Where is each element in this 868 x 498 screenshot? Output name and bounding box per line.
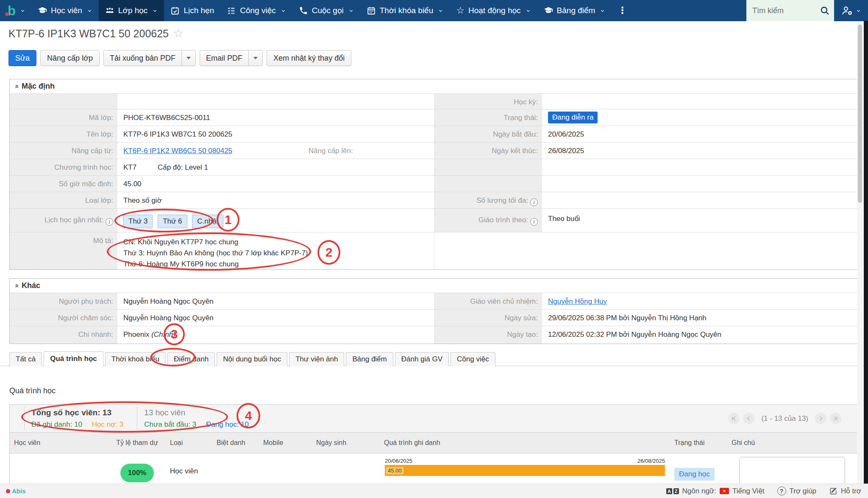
- brand-name: Abis: [12, 487, 26, 495]
- field-row-branch: Chi nhánh: Phoenix (Chính): [10, 326, 434, 344]
- chevron-down-icon: [20, 8, 25, 14]
- app-logo[interactable]: b: [0, 0, 31, 21]
- support-link[interactable]: Hỗ trợ: [829, 487, 861, 495]
- edit-button[interactable]: Sửa: [8, 50, 36, 66]
- nav-item-appointments[interactable]: Lịch hẹn: [164, 0, 220, 21]
- download-pdf-button[interactable]: Tải xuống bản PDF: [104, 50, 181, 66]
- col-header-attendance: Tỷ lệ tham dự: [108, 433, 166, 453]
- language-icon: A: [666, 488, 672, 494]
- email-pdf-button[interactable]: Email PDF: [200, 50, 248, 66]
- upgraded-from-link[interactable]: KT6P-6 IP1K2 WB6C5 50 080425: [123, 147, 232, 155]
- field-row-schedule: Lịch học gần nhất: Thứ 3 Thứ 6 C.nhật: [10, 208, 434, 232]
- next-page-button[interactable]: [815, 413, 826, 424]
- phone-icon: [299, 6, 308, 15]
- nav-item-gradebook[interactable]: Bảng điểm: [537, 0, 612, 21]
- field-row-created: Ngày tạo: 12/06/2025 02:32 PM bởi Nguyễn…: [434, 326, 858, 344]
- favorite-star-icon[interactable]: ☆: [173, 28, 184, 39]
- language-switcher[interactable]: A Z Ngôn ngữ: Tiếng Việt: [666, 487, 765, 495]
- brand-mark-icon: [6, 489, 10, 493]
- tab-lesson-content[interactable]: Nội dung buổi học: [217, 352, 287, 366]
- scrollbar-thumb[interactable]: [858, 25, 862, 203]
- field-label: Số giờ mặc định:: [10, 176, 117, 192]
- download-pdf-dropdown[interactable]: [181, 50, 195, 66]
- note-input[interactable]: [739, 457, 845, 487]
- prev-page-button[interactable]: [743, 413, 754, 424]
- nav-label: Bảng điểm: [557, 6, 595, 15]
- schedule-day-badge: Thứ 3: [123, 215, 153, 228]
- field-row-caretaker: Người chăm sóc: Nguyễn Hoàng Ngọc Quyên: [10, 309, 434, 326]
- col-header-status: Trạng thái: [670, 433, 727, 453]
- section-other-header[interactable]: Khác: [10, 279, 858, 293]
- student-count: 13 học viên: [144, 408, 256, 417]
- field-value: 45.00: [117, 176, 434, 192]
- nav-item-activities[interactable]: ☆ Hoạt động học: [450, 0, 537, 21]
- nav-item-calls[interactable]: Cuộc gọi: [292, 0, 360, 21]
- calendar-check-icon: [170, 6, 180, 15]
- field-label: Mô tả:: [10, 232, 117, 269]
- nav-item-classes[interactable]: Lớp học: [99, 0, 164, 21]
- section-default-header[interactable]: Mặc định: [10, 79, 858, 93]
- tab-attendance[interactable]: Điểm danh: [167, 352, 215, 366]
- section-title: Mặc định: [22, 82, 55, 91]
- info-icon[interactable]: [530, 199, 538, 206]
- field-row-homeroom: Giáo viên chủ nhiệm: Nguyễn Hồng Huy: [434, 293, 858, 309]
- tab-learning-progress[interactable]: Quá trình học: [44, 351, 103, 366]
- language-value: Tiếng Việt: [732, 487, 765, 495]
- tab-tasks[interactable]: Công việc: [451, 352, 495, 366]
- field-label: Chương trình học:: [10, 159, 117, 175]
- field-label: Ngày bắt đầu:: [434, 126, 542, 142]
- email-pdf-split-button: Email PDF: [200, 50, 263, 66]
- help-label: Trợ giúp: [790, 487, 816, 495]
- footer-brand[interactable]: Abis: [6, 487, 26, 495]
- page-title: KT7P-6 IP1K3 WB7C1 50 200625: [8, 28, 169, 40]
- window-edge: [864, 21, 868, 484]
- calendar-icon: [367, 6, 376, 15]
- search-input[interactable]: [752, 6, 820, 15]
- vertical-scrollbar[interactable]: [857, 21, 863, 484]
- col-header-enrollment: Quá trình ghi danh: [380, 433, 670, 453]
- col-header-note: Ghi chú: [727, 433, 858, 453]
- email-pdf-dropdown[interactable]: [248, 50, 262, 66]
- branch-suffix: (Chính): [151, 330, 175, 339]
- search-icon[interactable]: [820, 6, 830, 16]
- first-page-button[interactable]: [728, 413, 740, 424]
- users-icon: [105, 6, 114, 15]
- total-students: Tổng số học viên: 13: [31, 408, 131, 417]
- col-header-student: Học viên: [10, 433, 108, 453]
- nav-label: Lớp học: [118, 6, 148, 15]
- account-menu[interactable]: [834, 0, 868, 21]
- field-label: Người phụ trách:: [10, 293, 117, 309]
- field-row-manager: Người phụ trách: Nguyễn Hoàng Ngọc Quyên: [10, 293, 434, 309]
- nav-item-tasks[interactable]: Công việc: [220, 0, 292, 21]
- field-row-modified: Ngày sửa: 29/06/2025 06:38 PM bởi Nguyễn…: [434, 309, 858, 326]
- change-log-button[interactable]: Xem nhật ký thay đổi: [267, 50, 351, 66]
- summary-bar: Tổng số học viên: 13 Đã ghi danh: 10 Học…: [10, 405, 858, 432]
- summary-total-block: Tổng số học viên: 13 Đã ghi danh: 10 Học…: [24, 407, 131, 430]
- homeroom-teacher-link[interactable]: Nguyễn Hồng Huy: [548, 297, 607, 305]
- caret-down-icon: [186, 57, 191, 59]
- help-link[interactable]: Trợ giúp: [777, 487, 816, 495]
- more-menu-icon[interactable]: ⋮: [612, 0, 633, 21]
- nav-item-timetable[interactable]: Thời khóa biểu: [360, 0, 450, 21]
- field-label: Chi nhánh:: [10, 326, 117, 344]
- chevron-down-icon: [87, 8, 92, 14]
- star-icon: ☆: [456, 6, 465, 15]
- tab-gradebook[interactable]: Bảng điểm: [346, 352, 393, 366]
- upgrade-class-button[interactable]: Nâng cấp lớp: [40, 50, 100, 66]
- info-icon[interactable]: [530, 218, 538, 226]
- info-icon[interactable]: [106, 218, 113, 226]
- col-header-mobile: Mobile: [259, 433, 312, 453]
- section-title: Khác: [22, 281, 40, 290]
- tab-timetable[interactable]: Thời khoá biểu: [105, 352, 166, 366]
- tab-all[interactable]: Tất cả: [9, 352, 42, 366]
- field-value: CN: Khôi Nguyên KT7P7 học chung Thứ 3: H…: [117, 232, 434, 269]
- field-row-class-code: Mã lớp: PHOE-KT6WB6C525-0011: [10, 109, 434, 126]
- tab-teacher-review[interactable]: Đánh giá GV: [395, 352, 449, 366]
- last-page-button[interactable]: [830, 413, 841, 424]
- nav-item-students[interactable]: Học viên: [31, 0, 99, 21]
- tab-photo-library[interactable]: Thư viện ảnh: [289, 352, 344, 366]
- chevron-down-icon: [152, 8, 158, 14]
- nav-label: Thời khóa biểu: [380, 6, 434, 15]
- enroll-end-date: 26/08/2025: [637, 458, 665, 464]
- search-box: [746, 0, 834, 21]
